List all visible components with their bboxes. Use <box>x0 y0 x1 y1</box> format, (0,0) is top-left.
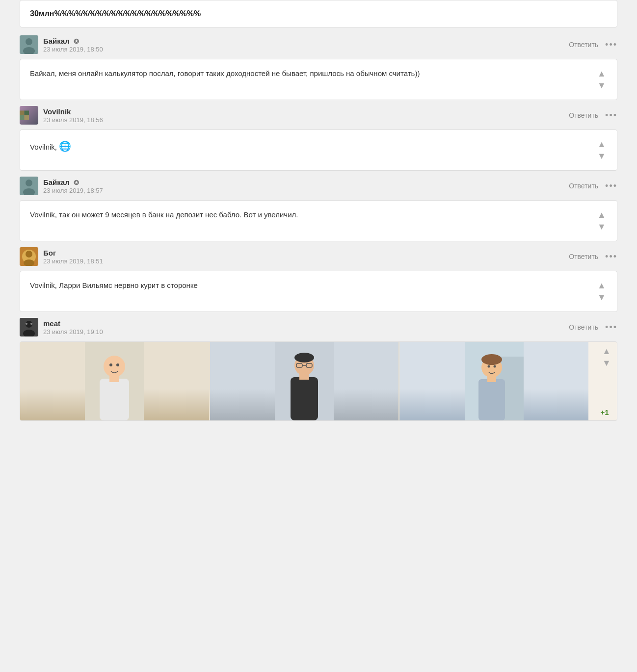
downvote-meat-1[interactable]: ▼ <box>601 358 612 368</box>
username-baykal-1: Байкал ✪ <box>43 37 564 45</box>
actions-bog-1: Ответить ••• <box>569 252 617 262</box>
comment-meta-baykal-1: Байкал ✪ 23 июля 2019, 18:50 Ответить ••… <box>20 32 617 59</box>
star-icon-baykal-1: ✪ <box>74 38 79 45</box>
actions-baykal-1: Ответить ••• <box>569 40 617 50</box>
vote-arrows-baykal-2: ▲ ▼ <box>596 209 607 232</box>
svg-rect-31 <box>291 377 318 420</box>
bubble-baykal-1: Байкал, меня онлайн калькулятор послал, … <box>20 59 617 100</box>
date-baykal-1: 23 июля 2019, 18:50 <box>43 46 564 53</box>
actions-baykal-2: Ответить ••• <box>569 181 617 191</box>
image-cell-3 <box>399 342 588 420</box>
meta-info-baykal-1: Байкал ✪ 23 июля 2019, 18:50 <box>43 37 564 53</box>
downvote-baykal-2[interactable]: ▼ <box>596 221 607 232</box>
vote-plus-label: +1 <box>600 408 609 416</box>
meta-info-bog-1: Бог 23 июля 2019, 18:51 <box>43 249 564 265</box>
username-baykal-2: Байкал ✪ <box>43 178 564 186</box>
username-vovilnik-1: Vovilnik <box>43 107 564 116</box>
date-bog-1: 23 июля 2019, 18:51 <box>43 258 564 265</box>
avatar-bog-1 <box>20 247 38 266</box>
reply-button-bog-1[interactable]: Ответить <box>569 253 598 260</box>
vote-arrows-meat-1: ▲ ▼ <box>601 346 612 368</box>
bubble-bog-1: Vovilnik, Ларри Вильямс нервно курит в с… <box>20 271 617 312</box>
vote-arrows-bog-1: ▲ ▼ <box>596 280 607 303</box>
more-button-meat-1[interactable]: ••• <box>605 322 617 333</box>
date-vovilnik-1: 23 июля 2019, 18:56 <box>43 116 564 124</box>
downvote-bog-1[interactable]: ▼ <box>596 292 607 303</box>
date-meat-1: 23 июля 2019, 19:10 <box>43 328 564 336</box>
svg-rect-3 <box>20 111 25 116</box>
reply-button-vovilnik-1[interactable]: Ответить <box>569 111 598 119</box>
svg-point-18 <box>30 323 32 325</box>
bubble-vovilnik-1: Vovilnik, 🌐 ▲ ▼ <box>20 129 617 171</box>
actions-vovilnik-1: Ответить ••• <box>569 110 617 121</box>
upvote-meat-1[interactable]: ▲ <box>601 346 612 357</box>
avatar-meat-1 <box>20 318 38 336</box>
svg-rect-4 <box>25 111 29 116</box>
svg-rect-38 <box>487 376 496 382</box>
username-meat-1: meat <box>43 319 564 328</box>
meta-info-meat-1: meat 23 июля 2019, 19:10 <box>43 319 564 336</box>
comment-meta-baykal-2: Байкал ✪ 23 июля 2019, 18:57 Ответить ••… <box>20 174 617 200</box>
reply-button-meat-1[interactable]: Ответить <box>569 323 598 331</box>
avatar-vovilnik-1 <box>20 106 38 125</box>
image-cell-1 <box>20 342 209 420</box>
star-icon-baykal-2: ✪ <box>74 179 79 186</box>
username-bog-1: Бог <box>43 249 564 257</box>
top-text-content: 30млн%%%%%%%%%%%%%%%%%%%%% <box>30 9 201 18</box>
svg-point-23 <box>109 363 112 366</box>
comment-meta-bog-1: Бог 23 июля 2019, 18:51 Ответить ••• <box>20 244 617 271</box>
reply-button-baykal-1[interactable]: Ответить <box>569 41 598 49</box>
more-button-vovilnik-1[interactable]: ••• <box>605 110 617 121</box>
svg-point-8 <box>26 180 32 186</box>
more-button-baykal-2[interactable]: ••• <box>605 181 617 191</box>
avatar-baykal-1 <box>20 35 38 54</box>
comment-baykal-1: Байкал ✪ 23 июля 2019, 18:50 Ответить ••… <box>20 32 617 100</box>
comment-vovilnik-1: Vovilnik 23 июля 2019, 18:56 Ответить ••… <box>20 103 617 171</box>
svg-point-36 <box>481 354 502 365</box>
svg-point-40 <box>493 365 496 368</box>
comment-bog-1: Бог 23 июля 2019, 18:51 Ответить ••• Vov… <box>20 244 617 312</box>
comment-meat-1: meat 23 июля 2019, 19:10 Ответить ••• <box>20 315 617 421</box>
svg-rect-6 <box>25 115 29 120</box>
more-button-baykal-1[interactable]: ••• <box>605 40 617 50</box>
upvote-baykal-1[interactable]: ▲ <box>596 68 607 79</box>
comment-meta-meat-1: meat 23 июля 2019, 19:10 Ответить ••• <box>20 315 617 341</box>
meta-info-vovilnik-1: Vovilnik 23 июля 2019, 18:56 <box>43 107 564 124</box>
more-button-bog-1[interactable]: ••• <box>605 252 617 262</box>
svg-rect-32 <box>299 374 309 380</box>
svg-point-17 <box>26 323 27 325</box>
bubble-baykal-2: Vovilnik, так он может 9 месяцев в банк … <box>20 200 617 241</box>
upvote-baykal-2[interactable]: ▲ <box>596 209 607 220</box>
upvote-vovilnik-1[interactable]: ▲ <box>596 139 607 150</box>
reply-button-baykal-2[interactable]: Ответить <box>569 182 598 190</box>
actions-meat-1: Ответить ••• <box>569 322 617 333</box>
svg-point-12 <box>26 251 32 258</box>
globe-emoji: 🌐 <box>59 141 71 152</box>
comment-meta-vovilnik-1: Vovilnik 23 июля 2019, 18:56 Ответить ••… <box>20 103 617 129</box>
svg-rect-5 <box>20 115 25 120</box>
date-baykal-2: 23 июля 2019, 18:57 <box>43 187 564 194</box>
bubble-text-baykal-2: Vovilnik, так он может 9 месяцев в банк … <box>30 209 588 221</box>
svg-point-27 <box>294 353 314 362</box>
svg-rect-21 <box>100 379 129 420</box>
meta-info-baykal-2: Байкал ✪ 23 июля 2019, 18:57 <box>43 178 564 194</box>
vote-arrows-vovilnik-1: ▲ ▼ <box>596 139 607 161</box>
svg-rect-37 <box>478 379 505 420</box>
svg-rect-22 <box>109 375 119 382</box>
bubble-meat-image: ▲ ▼ +1 <box>20 341 617 421</box>
image-cell-2 <box>210 342 399 420</box>
image-grid <box>20 342 588 420</box>
svg-point-39 <box>487 365 490 368</box>
comments-section: 30млн%%%%%%%%%%%%%%%%%%%%% Байкал ✪ 23 и… <box>0 0 637 421</box>
bubble-text-bog-1: Vovilnik, Ларри Вильямс нервно курит в с… <box>30 280 588 291</box>
svg-point-24 <box>116 363 119 366</box>
upvote-bog-1[interactable]: ▲ <box>596 280 607 291</box>
avatar-baykal-2 <box>20 177 38 195</box>
bubble-text-baykal-1: Байкал, меня онлайн калькулятор послал, … <box>30 68 588 79</box>
top-text-bubble: 30млн%%%%%%%%%%%%%%%%%%%%% <box>20 0 617 27</box>
downvote-baykal-1[interactable]: ▼ <box>596 80 607 91</box>
downvote-vovilnik-1[interactable]: ▼ <box>596 151 607 161</box>
bubble-text-vovilnik-1: Vovilnik, 🌐 <box>30 139 588 154</box>
comment-baykal-2: Байкал ✪ 23 июля 2019, 18:57 Ответить ••… <box>20 174 617 241</box>
svg-point-20 <box>104 356 125 377</box>
